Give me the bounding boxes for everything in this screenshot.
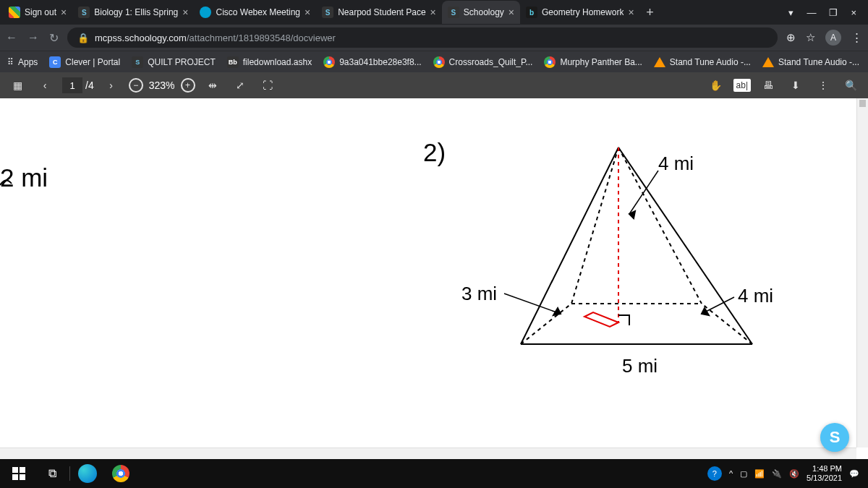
close-icon[interactable]: × [509, 7, 514, 18]
fit-height-icon[interactable]: ⤢ [230, 75, 250, 95]
apps-icon: ⠿ [7, 57, 14, 67]
apps-button[interactable]: ⠿Apps [7, 57, 38, 67]
task-view-icon[interactable]: ⧉ [36, 459, 68, 488]
svg-rect-12 [12, 467, 18, 473]
volume-icon[interactable]: 🔇 [789, 469, 799, 479]
tab-webex[interactable]: Cisco Webex Meeting× [194, 1, 316, 24]
search-icon[interactable]: 🔍 [841, 75, 861, 95]
s-icon: S [78, 7, 90, 18]
page-total: /4 [85, 80, 94, 91]
b-icon: b [526, 7, 537, 18]
close-icon[interactable]: × [182, 7, 188, 18]
zoom-in-icon[interactable]: + [181, 78, 195, 93]
back-icon[interactable]: ← [6, 31, 17, 44]
tab-nearpod[interactable]: SNearpod Student Pace× [316, 1, 442, 24]
windows-taskbar: ⧉ ? ^ ▢ 📶 🔌 🔇 1:48 PM 5/13/2021 💬 [0, 459, 868, 488]
svg-rect-15 [20, 474, 25, 480]
document-viewport[interactable]: 2) 2 mi 4 mi 3 mi 4 mi 5 mi [0, 98, 868, 452]
s-icon: S [132, 56, 143, 68]
vertical-scrollbar[interactable] [856, 98, 868, 448]
zoom-icon[interactable]: ⊕ [786, 31, 796, 44]
zoom-level: 323% [149, 80, 175, 91]
address-bar[interactable]: 🔒 mcpss.schoology.com/attachment/1819893… [67, 27, 778, 48]
svg-line-4 [618, 147, 702, 304]
chrome-taskbar-icon[interactable] [105, 459, 137, 488]
tab-schoology[interactable]: SSchoology× [442, 1, 520, 24]
svg-line-3 [571, 147, 618, 304]
pyramid-figure [0, 98, 868, 452]
chrome-icon [433, 56, 445, 68]
wifi-icon[interactable]: 📶 [754, 469, 765, 479]
s-icon: S [322, 7, 333, 18]
triangle-icon [762, 57, 774, 67]
svg-line-0 [521, 147, 618, 344]
bookmark-clever[interactable]: CClever | Portal [49, 56, 120, 68]
multi-icon [9, 7, 20, 18]
clock[interactable]: 1:48 PM 5/13/2021 [807, 464, 842, 483]
bookmark-hash[interactable]: 9a3a041bbe28e3f8... [323, 56, 421, 68]
power-icon[interactable]: 🔌 [772, 469, 782, 479]
bookmark-filedownload[interactable]: Bbfiledownload.ashx [227, 56, 312, 68]
tab-biology[interactable]: SBiology 1: Ellis Spring× [72, 1, 194, 24]
schoology-badge[interactable]: S [820, 423, 849, 452]
page-input[interactable] [62, 77, 82, 93]
edge-icon[interactable] [72, 459, 103, 488]
svg-line-1 [618, 147, 752, 344]
svg-rect-14 [12, 474, 18, 480]
bb-icon: Bb [227, 56, 239, 68]
tab-geometry[interactable]: bGeometry Homework× [520, 1, 640, 24]
fullscreen-icon[interactable]: ⛶ [258, 75, 278, 95]
bookmark-murphy[interactable]: Murphy Panther Ba... [544, 56, 642, 68]
svg-rect-13 [20, 467, 25, 473]
close-window-icon[interactable]: × [851, 7, 856, 18]
chrome-icon [544, 56, 556, 68]
next-page-icon[interactable]: › [101, 75, 122, 95]
reload-icon[interactable]: ↻ [49, 31, 59, 45]
lock-icon: 🔒 [77, 33, 89, 43]
browser-tabs: Sign out× SBiology 1: Ellis Spring× Cisc… [0, 0, 868, 25]
bookmark-stand2[interactable]: Stand Tune Audio -... [762, 57, 859, 67]
webex-icon [200, 7, 211, 18]
bookmarks-bar: ⠿Apps CClever | Portal SQUILT PROJECT Bb… [0, 51, 868, 72]
minimize-icon[interactable]: — [807, 7, 816, 18]
start-button[interactable] [3, 459, 35, 488]
s-icon: S [448, 7, 459, 18]
bookmark-crossroads[interactable]: Crossroads_Quilt_P... [433, 56, 533, 68]
horizontal-scrollbar[interactable] [0, 448, 856, 459]
close-icon[interactable]: × [305, 7, 310, 18]
c-icon: C [49, 56, 61, 68]
new-tab-button[interactable]: + [640, 2, 660, 22]
print-icon[interactable]: 🖶 [758, 75, 778, 95]
profile-avatar[interactable]: A [825, 30, 841, 46]
zoom-out-icon[interactable]: − [129, 78, 143, 93]
download-icon[interactable]: ⬇ [786, 75, 806, 95]
star-icon[interactable]: ☆ [806, 31, 815, 44]
notifications-icon[interactable]: 💬 [849, 469, 859, 479]
close-icon[interactable]: × [628, 7, 634, 18]
close-icon[interactable]: × [61, 7, 67, 18]
thumbnails-icon[interactable]: ▦ [7, 75, 27, 95]
maximize-icon[interactable]: ❐ [829, 7, 838, 18]
tab-signout[interactable]: Sign out× [3, 1, 72, 24]
battery-icon[interactable]: ▢ [740, 469, 747, 479]
chevron-down-icon[interactable]: ▾ [788, 7, 793, 18]
text-select-button[interactable]: ab| [733, 79, 751, 92]
bookmark-quilt[interactable]: SQUILT PROJECT [132, 56, 216, 68]
hand-icon[interactable]: ✋ [706, 75, 726, 95]
svg-line-9 [629, 171, 658, 214]
more-icon[interactable]: ⋮ [813, 75, 833, 95]
bookmark-stand1[interactable]: Stand Tune Audio -... [654, 57, 751, 67]
svg-line-5 [521, 304, 571, 344]
menu-icon[interactable]: ⋮ [851, 31, 862, 44]
meet-now-icon[interactable]: ? [707, 466, 722, 481]
prev-page-icon[interactable]: ‹ [35, 75, 55, 95]
doc-viewer-toolbar: ▦ ‹ /4 › − 323% + ⇹ ⤢ ⛶ ✋ ab| 🖶 ⬇ ⋮ 🔍 [0, 72, 868, 98]
triangle-icon [654, 57, 665, 67]
close-icon[interactable]: × [430, 7, 436, 18]
svg-line-10 [504, 294, 561, 314]
forward-icon[interactable]: → [27, 31, 39, 44]
fit-width-icon[interactable]: ⇹ [203, 75, 223, 95]
chrome-icon [323, 56, 335, 68]
chevron-up-icon[interactable]: ^ [729, 469, 733, 478]
